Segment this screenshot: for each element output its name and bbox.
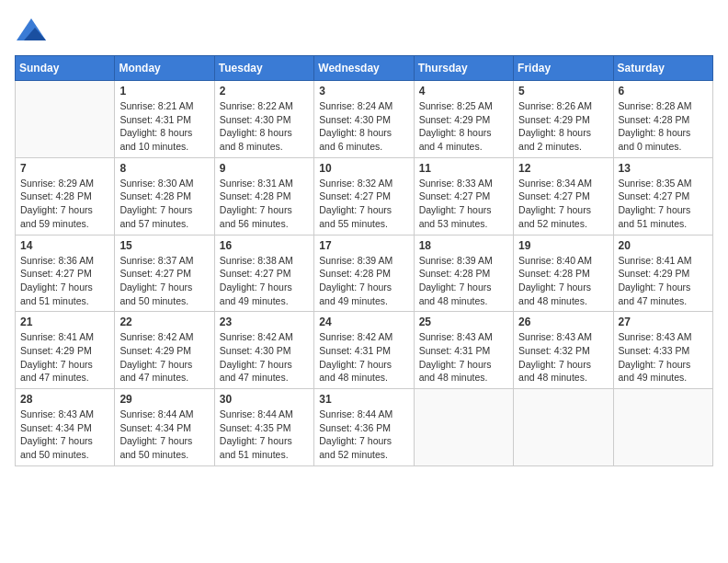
day-info: Sunrise: 8:39 AM Sunset: 4:28 PM Dayligh… [419,254,508,308]
calendar-cell: 15Sunrise: 8:37 AM Sunset: 4:27 PM Dayli… [115,235,214,312]
day-number: 10 [319,162,408,175]
day-info: Sunrise: 8:22 AM Sunset: 4:30 PM Dayligh… [220,99,309,154]
calendar-cell: 19Sunrise: 8:40 AM Sunset: 4:28 PM Dayli… [514,235,613,312]
day-number: 7 [20,162,109,175]
day-info: Sunrise: 8:39 AM Sunset: 4:28 PM Dayligh… [319,254,408,308]
column-header-tuesday: Tuesday [214,56,313,81]
calendar-cell: 26Sunrise: 8:43 AM Sunset: 4:32 PM Dayli… [514,312,613,389]
day-number: 23 [220,316,309,328]
calendar-cell: 2Sunrise: 8:22 AM Sunset: 4:30 PM Daylig… [214,81,313,158]
calendar-cell: 21Sunrise: 8:41 AM Sunset: 4:29 PM Dayli… [16,312,115,389]
calendar-cell: 31Sunrise: 8:44 AM Sunset: 4:36 PM Dayli… [314,389,414,466]
calendar-cell: 6Sunrise: 8:28 AM Sunset: 4:28 PM Daylig… [613,81,712,158]
calendar-cell [514,389,613,466]
day-number: 22 [119,316,209,328]
calendar-cell: 10Sunrise: 8:32 AM Sunset: 4:27 PM Dayli… [314,157,414,235]
day-number: 15 [119,239,209,252]
day-number: 17 [319,239,408,252]
calendar-cell: 22Sunrise: 8:42 AM Sunset: 4:29 PM Dayli… [115,312,214,389]
day-info: Sunrise: 8:28 AM Sunset: 4:28 PM Dayligh… [619,99,708,154]
day-info: Sunrise: 8:42 AM Sunset: 4:30 PM Dayligh… [220,330,309,385]
calendar-week-row: 7Sunrise: 8:29 AM Sunset: 4:28 PM Daylig… [16,157,713,235]
calendar-cell: 16Sunrise: 8:38 AM Sunset: 4:27 PM Dayli… [214,235,313,312]
day-info: Sunrise: 8:29 AM Sunset: 4:28 PM Dayligh… [20,177,109,231]
logo [15,15,51,48]
day-number: 14 [20,239,109,252]
calendar-week-row: 1Sunrise: 8:21 AM Sunset: 4:31 PM Daylig… [16,81,713,158]
calendar-table: SundayMondayTuesdayWednesdayThursdayFrid… [15,55,713,466]
calendar-cell: 9Sunrise: 8:31 AM Sunset: 4:28 PM Daylig… [214,157,313,235]
calendar-cell: 24Sunrise: 8:42 AM Sunset: 4:31 PM Dayli… [314,312,414,389]
day-number: 27 [619,316,708,328]
day-info: Sunrise: 8:33 AM Sunset: 4:27 PM Dayligh… [419,177,508,231]
day-number: 9 [220,162,309,175]
calendar-cell: 29Sunrise: 8:44 AM Sunset: 4:34 PM Dayli… [115,389,214,466]
day-info: Sunrise: 8:41 AM Sunset: 4:29 PM Dayligh… [20,330,109,385]
day-info: Sunrise: 8:26 AM Sunset: 4:29 PM Dayligh… [518,99,608,154]
day-number: 3 [319,85,408,98]
calendar-week-row: 14Sunrise: 8:36 AM Sunset: 4:27 PM Dayli… [16,235,713,312]
page-header [15,15,713,48]
calendar-cell: 12Sunrise: 8:34 AM Sunset: 4:27 PM Dayli… [514,157,613,235]
day-info: Sunrise: 8:25 AM Sunset: 4:29 PM Dayligh… [419,99,508,154]
column-header-sunday: Sunday [16,56,115,81]
day-info: Sunrise: 8:37 AM Sunset: 4:27 PM Dayligh… [119,254,209,308]
day-info: Sunrise: 8:31 AM Sunset: 4:28 PM Dayligh… [220,177,309,231]
day-info: Sunrise: 8:43 AM Sunset: 4:32 PM Dayligh… [518,330,608,385]
column-header-friday: Friday [514,56,613,81]
calendar-cell: 25Sunrise: 8:43 AM Sunset: 4:31 PM Dayli… [414,312,513,389]
day-info: Sunrise: 8:42 AM Sunset: 4:31 PM Dayligh… [319,330,408,385]
calendar-cell: 14Sunrise: 8:36 AM Sunset: 4:27 PM Dayli… [16,235,115,312]
day-number: 12 [518,162,608,175]
day-info: Sunrise: 8:34 AM Sunset: 4:27 PM Dayligh… [518,177,608,231]
day-number: 31 [319,393,408,406]
day-number: 2 [220,85,309,98]
calendar-cell: 20Sunrise: 8:41 AM Sunset: 4:29 PM Dayli… [613,235,712,312]
calendar-cell: 23Sunrise: 8:42 AM Sunset: 4:30 PM Dayli… [214,312,313,389]
day-number: 30 [220,393,309,406]
day-number: 18 [419,239,508,252]
column-header-wednesday: Wednesday [314,56,414,81]
calendar-cell: 30Sunrise: 8:44 AM Sunset: 4:35 PM Dayli… [214,389,313,466]
calendar-cell [414,389,513,466]
day-number: 8 [119,162,209,175]
day-info: Sunrise: 8:36 AM Sunset: 4:27 PM Dayligh… [20,254,109,308]
day-number: 26 [518,316,608,328]
day-number: 29 [119,393,209,406]
calendar-week-row: 21Sunrise: 8:41 AM Sunset: 4:29 PM Dayli… [16,312,713,389]
day-number: 1 [119,85,209,98]
day-number: 4 [419,85,508,98]
day-info: Sunrise: 8:44 AM Sunset: 4:35 PM Dayligh… [220,408,309,462]
column-header-thursday: Thursday [414,56,513,81]
day-info: Sunrise: 8:24 AM Sunset: 4:30 PM Dayligh… [319,99,408,154]
calendar-cell: 18Sunrise: 8:39 AM Sunset: 4:28 PM Dayli… [414,235,513,312]
day-info: Sunrise: 8:42 AM Sunset: 4:29 PM Dayligh… [119,330,209,385]
calendar-cell: 5Sunrise: 8:26 AM Sunset: 4:29 PM Daylig… [514,81,613,158]
day-info: Sunrise: 8:21 AM Sunset: 4:31 PM Dayligh… [119,99,209,154]
calendar-cell: 3Sunrise: 8:24 AM Sunset: 4:30 PM Daylig… [314,81,414,158]
calendar-cell: 8Sunrise: 8:30 AM Sunset: 4:28 PM Daylig… [115,157,214,235]
day-info: Sunrise: 8:43 AM Sunset: 4:31 PM Dayligh… [419,330,508,385]
day-info: Sunrise: 8:40 AM Sunset: 4:28 PM Dayligh… [518,254,608,308]
calendar-cell: 13Sunrise: 8:35 AM Sunset: 4:27 PM Dayli… [613,157,712,235]
calendar-cell: 4Sunrise: 8:25 AM Sunset: 4:29 PM Daylig… [414,81,513,158]
calendar-cell: 11Sunrise: 8:33 AM Sunset: 4:27 PM Dayli… [414,157,513,235]
day-info: Sunrise: 8:44 AM Sunset: 4:36 PM Dayligh… [319,408,408,462]
day-info: Sunrise: 8:30 AM Sunset: 4:28 PM Dayligh… [119,177,209,231]
day-number: 16 [220,239,309,252]
day-number: 19 [518,239,608,252]
day-number: 20 [619,239,708,252]
day-info: Sunrise: 8:41 AM Sunset: 4:29 PM Dayligh… [619,254,708,308]
calendar-cell: 17Sunrise: 8:39 AM Sunset: 4:28 PM Dayli… [314,235,414,312]
day-info: Sunrise: 8:32 AM Sunset: 4:27 PM Dayligh… [319,177,408,231]
day-number: 21 [20,316,109,328]
calendar-cell: 7Sunrise: 8:29 AM Sunset: 4:28 PM Daylig… [16,157,115,235]
day-info: Sunrise: 8:43 AM Sunset: 4:33 PM Dayligh… [619,330,708,385]
day-number: 25 [419,316,508,328]
calendar-week-row: 28Sunrise: 8:43 AM Sunset: 4:34 PM Dayli… [16,389,713,466]
day-info: Sunrise: 8:44 AM Sunset: 4:34 PM Dayligh… [119,408,209,462]
calendar-cell: 28Sunrise: 8:43 AM Sunset: 4:34 PM Dayli… [16,389,115,466]
day-info: Sunrise: 8:43 AM Sunset: 4:34 PM Dayligh… [20,408,109,462]
calendar-cell: 1Sunrise: 8:21 AM Sunset: 4:31 PM Daylig… [115,81,214,158]
day-number: 6 [619,85,708,98]
